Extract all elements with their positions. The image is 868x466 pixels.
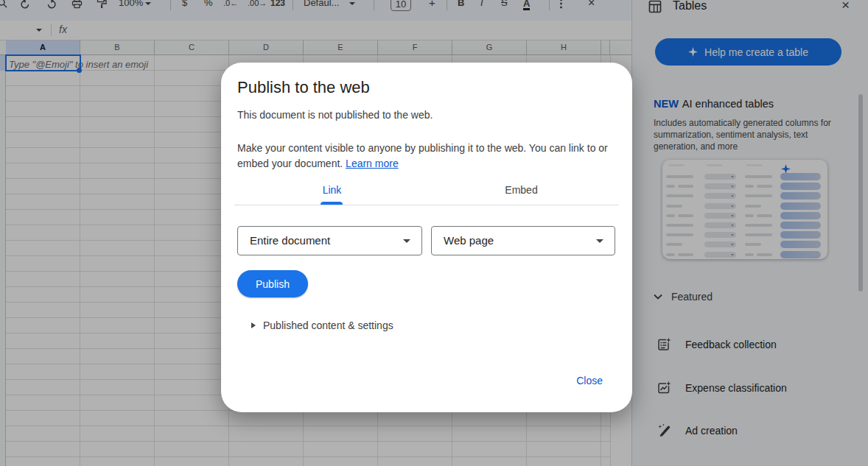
description-text: Make your content visible to anyone by p… — [237, 142, 608, 169]
dialog-tabs: Link Embed — [237, 179, 616, 204]
scope-value: Entire document — [250, 234, 330, 247]
dialog-title: Publish to the web — [237, 78, 370, 97]
publish-scope-select[interactable]: Entire document — [237, 226, 422, 255]
publish-status-text: This document is not published to the we… — [237, 109, 433, 121]
close-dialog-button[interactable]: Close — [576, 375, 603, 386]
learn-more-link[interactable]: Learn more — [346, 158, 399, 169]
tab-embed[interactable]: Embed — [427, 179, 616, 204]
publish-description: Make your content visible to anyone by p… — [237, 141, 609, 171]
chevron-down-icon — [403, 239, 410, 243]
publish-format-select[interactable]: Web page — [431, 226, 615, 255]
tab-link[interactable]: Link — [237, 179, 427, 204]
chevron-down-icon — [596, 239, 603, 243]
publish-button[interactable]: Publish — [237, 270, 308, 297]
format-value: Web page — [444, 234, 494, 247]
settings-label: Published content & settings — [263, 320, 393, 331]
tabs-divider — [234, 205, 619, 205]
publish-to-web-dialog: Publish to the web This document is not … — [221, 63, 632, 412]
published-content-settings-toggle[interactable]: Published content & settings — [251, 320, 393, 331]
disclosure-arrow-icon — [251, 322, 256, 328]
